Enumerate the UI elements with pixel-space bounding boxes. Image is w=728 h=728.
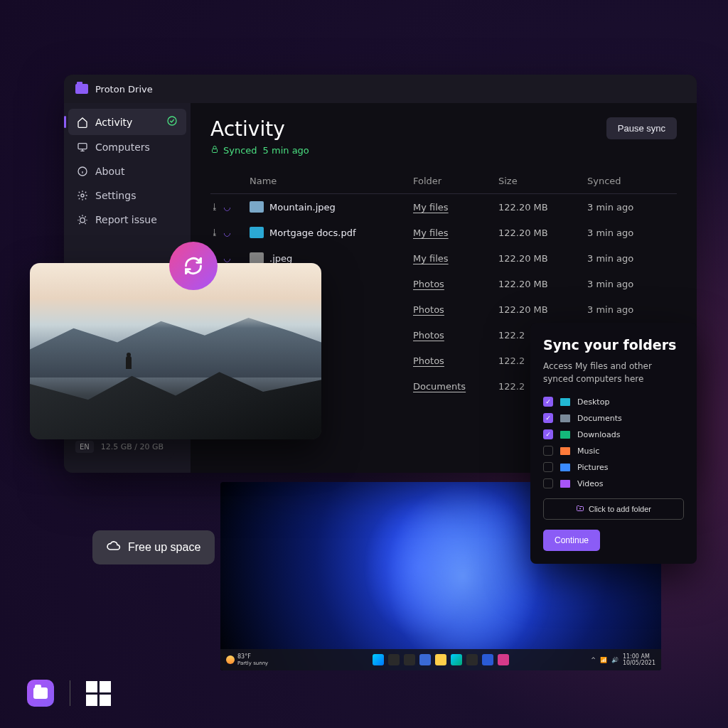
folder-option-documents[interactable]: ✓ Documents xyxy=(543,413,684,423)
sidebar-item-computers[interactable]: Computers xyxy=(68,135,186,159)
folder-label: Desktop xyxy=(577,397,609,407)
table-row[interactable]: ⭳ ◡ Mountain.jpeg My files 122.20 MB 3 m… xyxy=(210,194,677,220)
folder-link[interactable]: Photos xyxy=(413,279,498,289)
widgets-icon[interactable] xyxy=(419,654,431,665)
folder-label: Videos xyxy=(577,479,604,488)
home-icon xyxy=(77,117,88,128)
storage-badge: EN 12.5 GB / 20 GB xyxy=(65,438,173,459)
row-action-icons: ⭳ ◡ xyxy=(210,202,250,212)
sidebar-item-about[interactable]: About xyxy=(68,159,186,183)
sync-folders-popup: Sync your folders Access My files and ot… xyxy=(530,323,697,564)
taskview-icon[interactable] xyxy=(404,654,415,665)
folder-link[interactable]: Photos xyxy=(413,304,498,315)
folder-link[interactable]: My files xyxy=(413,202,498,213)
taskbar-time: 11:00 AM xyxy=(623,653,650,660)
tray-volume-icon[interactable]: 🔊 xyxy=(611,657,619,663)
row-action-icons: ⭳ ◡ xyxy=(210,228,250,237)
lock-icon xyxy=(210,145,219,156)
file-synced: 3 min ago xyxy=(587,279,673,289)
folder-link[interactable]: My files xyxy=(413,253,498,264)
pause-sync-button[interactable]: Pause sync xyxy=(606,117,677,139)
language-selector[interactable]: EN xyxy=(75,441,94,453)
col-synced: Synced xyxy=(587,176,673,186)
mail-icon[interactable] xyxy=(482,654,493,665)
file-size: 122.20 MB xyxy=(498,253,587,264)
file-synced: 3 min ago xyxy=(587,202,673,213)
col-size: Size xyxy=(498,176,587,186)
checkbox[interactable] xyxy=(543,462,553,472)
monitor-icon xyxy=(77,141,88,153)
folder-label: Documents xyxy=(577,414,622,423)
photos-icon[interactable] xyxy=(498,654,509,665)
file-synced: 3 min ago xyxy=(587,304,673,315)
edge-icon[interactable] xyxy=(451,654,462,665)
col-folder: Folder xyxy=(413,176,498,186)
folder-option-pictures[interactable]: Pictures xyxy=(543,462,684,472)
file-size: 122.20 MB xyxy=(498,228,587,238)
divider xyxy=(70,680,70,706)
taskbar-date: 10/05/2021 xyxy=(623,660,655,666)
free-up-space-button[interactable]: Free up space xyxy=(92,530,215,564)
svg-point-0 xyxy=(168,117,176,125)
start-icon[interactable] xyxy=(373,654,384,665)
store-icon[interactable] xyxy=(466,654,478,665)
proton-drive-logo xyxy=(27,680,54,707)
sidebar-item-label: About xyxy=(95,166,124,177)
check-icon xyxy=(166,115,178,129)
download-icon: ⭳ xyxy=(210,228,219,237)
folder-option-music[interactable]: Music xyxy=(543,446,684,456)
folder-link[interactable]: My files xyxy=(413,228,498,238)
svg-rect-1 xyxy=(78,144,87,149)
folder-icon xyxy=(560,447,570,455)
storage-usage: 12.5 GB / 20 GB xyxy=(101,442,164,451)
file-name: Mountain.jpeg xyxy=(250,201,413,213)
svg-point-3 xyxy=(81,194,84,197)
folder-option-downloads[interactable]: ✓ Downloads xyxy=(543,429,684,439)
titlebar: Proton Drive xyxy=(64,75,697,103)
folder-link[interactable]: Photos xyxy=(413,355,498,366)
folder-icon xyxy=(560,398,570,406)
sidebar-item-label: Activity xyxy=(95,117,132,128)
windows-logo xyxy=(86,681,111,706)
app-icon xyxy=(75,84,88,94)
tray-chevron-icon[interactable]: ^ xyxy=(591,657,596,663)
download-icon: ⭳ xyxy=(210,202,219,212)
checkbox[interactable] xyxy=(543,446,553,456)
taskbar[interactable]: 83°F Partly sunny ^ 📶 🔊 11:00 AM 10/05/2… xyxy=(220,649,661,670)
brand-logos xyxy=(27,680,111,707)
folder-icon xyxy=(560,480,570,488)
tray-wifi-icon[interactable]: 📶 xyxy=(600,657,607,663)
sidebar-item-label: Settings xyxy=(95,190,136,201)
spinner-icon: ◡ xyxy=(223,202,230,212)
folder-option-desktop[interactable]: ✓ Desktop xyxy=(543,397,684,407)
spinner-icon: ◡ xyxy=(223,253,230,263)
continue-button[interactable]: Continue xyxy=(543,530,600,551)
file-thumbnail xyxy=(250,201,264,213)
table-header: Name Folder Size Synced xyxy=(210,168,677,194)
folder-link[interactable]: Documents xyxy=(413,381,498,392)
folder-plus-icon xyxy=(576,504,584,514)
checkbox[interactable]: ✓ xyxy=(543,429,553,439)
sidebar-item-label: Computers xyxy=(95,141,150,153)
checkbox[interactable]: ✓ xyxy=(543,397,553,407)
checkbox[interactable]: ✓ xyxy=(543,413,553,423)
folder-link[interactable]: Photos xyxy=(413,330,498,341)
explorer-icon[interactable] xyxy=(435,654,446,665)
svg-point-4 xyxy=(80,218,85,223)
image-preview-card xyxy=(30,263,321,439)
sidebar-item-report-issue[interactable]: Report issue xyxy=(68,208,186,232)
add-folder-button[interactable]: Click to add folder xyxy=(543,498,684,520)
sidebar-item-settings[interactable]: Settings xyxy=(68,183,186,208)
sidebar-item-activity[interactable]: Activity xyxy=(68,109,186,135)
file-synced: 3 min ago xyxy=(587,253,673,264)
table-row[interactable]: ⭳ ◡ Mortgage docs.pdf My files 122.20 MB… xyxy=(210,220,677,245)
taskbar-weather[interactable]: 83°F Partly sunny xyxy=(226,653,268,666)
svg-rect-5 xyxy=(213,149,218,153)
search-icon[interactable] xyxy=(388,654,400,665)
page-title: Activity xyxy=(210,117,309,141)
folder-option-videos[interactable]: Videos xyxy=(543,478,684,488)
cloud-icon xyxy=(107,539,121,556)
sync-time: 5 min ago xyxy=(263,145,309,156)
taskbar-tray[interactable]: ^ 📶 🔊 11:00 AM 10/05/2021 xyxy=(591,653,655,666)
checkbox[interactable] xyxy=(543,478,553,488)
